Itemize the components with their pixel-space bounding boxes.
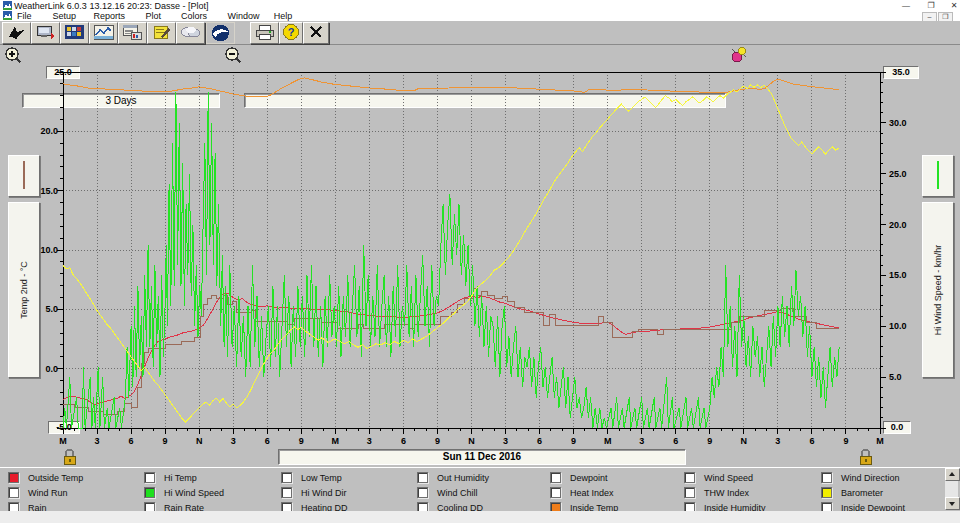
left-axis-tick-label: 15.0 [28,186,58,196]
legend-item: Low Temp [281,471,417,484]
legend-checkbox-wind-chill[interactable] [417,487,428,498]
legend-label: Hi Wind Dir [301,488,347,498]
legend-item: Hi Temp [144,471,281,484]
x-axis-tick-label: 9 [299,436,304,446]
left-axis-tick-label: 0.0 [28,364,58,374]
arrow-up-icon [949,472,955,476]
left-lock-button[interactable] [60,448,79,466]
x-axis-tick-label: 3 [775,436,780,446]
legend-label: Wind Run [28,488,68,498]
legend-label: THW Index [704,488,749,498]
x-axis-tick-label: 9 [571,436,576,446]
legend-item: Heat Index [550,486,684,499]
legend-item: Hi Wind Dir [281,486,417,499]
x-axis-tick-label: N [196,436,203,446]
right-lock-button[interactable] [856,448,875,466]
x-axis-tick-label: 3 [503,436,508,446]
legend-scrollbar[interactable] [945,468,958,510]
x-axis-tick-label: 6 [265,436,270,446]
x-axis-tick-label: M [876,436,884,446]
legend-item: Barometer [821,486,938,499]
legend-item: Out Humidity [417,471,550,484]
legend-scroll-down-button[interactable] [945,497,960,510]
legend-item: Wind Run [8,486,144,499]
plot-canvas[interactable] [0,0,960,467]
right-axis-tick-label: 10.0 [889,321,907,331]
legend-checkbox-out-humidity[interactable] [417,472,428,483]
legend-checkbox-dewpoint[interactable] [550,472,561,483]
right-axis-tick-label: 25.0 [889,169,907,179]
x-axis-tick-label: 3 [639,436,644,446]
legend-checkbox-heat-index[interactable] [550,487,561,498]
x-axis-tick-label: M [604,436,612,446]
x-axis-tick-label: N [468,436,475,446]
status-strip [0,511,960,523]
x-axis-tick-label: 6 [673,436,678,446]
x-axis-tick-label: 3 [231,436,236,446]
x-axis-tick-label: 6 [401,436,406,446]
series-outside-temp [63,293,839,405]
x-axis-tick-label: 3 [367,436,372,446]
x-axis-tick-label: M [332,436,340,446]
left-axis-tick-label: 10.0 [28,245,58,255]
legend-label: Dewpoint [570,473,608,483]
x-axis-tick-label: 9 [843,436,848,446]
legend-checkbox-hi-wind-speed[interactable] [144,487,155,498]
legend-label: Wind Speed [704,473,753,483]
legend-label: Out Humidity [437,473,489,483]
left-axis-tick-label: 20.0 [28,126,58,136]
legend-checkbox-low-temp[interactable] [281,472,292,483]
x-axis-tick-label: N [741,436,748,446]
x-axis-tick-label: 9 [163,436,168,446]
legend-checkbox-hi-wind-dir[interactable] [281,487,292,498]
date-box[interactable]: Sun 11 Dec 2016 [278,449,686,465]
right-axis-tick-label: 20.0 [889,220,907,230]
legend-label: Hi Wind Speed [164,488,224,498]
x-axis-tick-label: 9 [435,436,440,446]
series-hi-wind-speed [63,92,839,428]
legend-label: Hi Temp [164,473,197,483]
legend-label: Heat Index [570,488,614,498]
x-axis-tick-label: 9 [707,436,712,446]
legend-label: Barometer [841,488,883,498]
legend-panel: Outside TempHi TempLow TempOut HumidityD… [0,467,960,513]
x-axis-tick-label: 3 [95,436,100,446]
arrow-down-icon [949,502,955,506]
legend-checkbox-wind-direction[interactable] [821,472,832,483]
legend-checkbox-barometer[interactable] [821,487,832,498]
series-temp-2nd [63,288,839,415]
x-axis-tick-label: 6 [129,436,134,446]
right-axis-tick-label: 15.0 [889,270,907,280]
legend-checkbox-hi-temp[interactable] [144,472,155,483]
legend-label: Wind Direction [841,473,900,483]
x-axis-tick-label: 6 [537,436,542,446]
legend-item: Wind Speed [684,471,821,484]
legend-label: Outside Temp [28,473,83,483]
right-axis-tick-label: 30.0 [889,118,907,128]
left-axis-tick-label: 5.0 [28,304,58,314]
legend-label: Low Temp [301,473,342,483]
legend-label: Wind Chill [437,488,478,498]
legend-scroll-up-button[interactable] [945,468,960,481]
right-axis-tick-label: 5.0 [889,372,902,382]
legend-checkbox-wind-run[interactable] [8,487,19,498]
legend-item: Wind Chill [417,486,550,499]
legend-checkbox-outside-temp[interactable] [8,472,19,483]
legend-item: Dewpoint [550,471,684,484]
legend-checkbox-wind-speed[interactable] [684,472,695,483]
x-axis-tick-label: 6 [809,436,814,446]
legend-item: Hi Wind Speed [144,486,281,499]
weatherlink-window: WeatherLink 6.0.3 13.12.16 20:23: Dasse … [0,0,960,523]
x-axis-tick-label: M [59,436,67,446]
legend-item: Wind Direction [821,471,938,484]
legend-item: THW Index [684,486,821,499]
series-inside-temp [63,78,839,97]
legend-item: Outside Temp [8,471,144,484]
legend-checkbox-thw-index[interactable] [684,487,695,498]
